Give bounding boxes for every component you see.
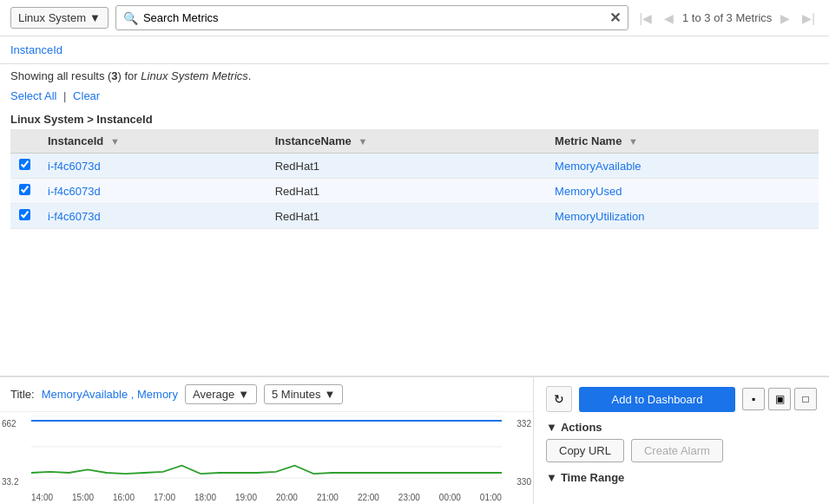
row-metric-name: MemoryAvailable bbox=[546, 154, 819, 179]
x-axis-label: 14:00 bbox=[31, 493, 53, 502]
stat-arrow-icon: ▼ bbox=[238, 388, 249, 401]
select-all-link[interactable]: Select All bbox=[10, 89, 56, 102]
period-arrow-icon: ▼ bbox=[324, 388, 335, 401]
search-box: 🔍 ✕ bbox=[115, 5, 628, 30]
view-buttons: ▪ ▣ □ bbox=[742, 388, 817, 410]
service-label: Linux System bbox=[18, 11, 86, 24]
col-metric-name: Metric Name ▼ bbox=[546, 129, 819, 154]
chart-svg bbox=[31, 416, 502, 488]
copy-url-button[interactable]: Copy URL bbox=[546, 439, 624, 462]
chart-body: 662 33.2 332 330 14:0015:0016 bbox=[0, 412, 533, 504]
y-axis-right: 332 330 bbox=[502, 419, 533, 487]
right-panel: ↻ Add to Dashboard ▪ ▣ □ ▼ Actions Copy … bbox=[534, 377, 829, 504]
x-axis-label: 17:00 bbox=[154, 493, 175, 502]
row-instance-name: RedHat1 bbox=[266, 204, 546, 229]
x-axis-label: 20:00 bbox=[276, 493, 298, 502]
row-checkbox-cell[interactable] bbox=[10, 179, 39, 204]
x-axis-label: 21:00 bbox=[317, 493, 339, 502]
action-buttons: Copy URL Create Alarm bbox=[546, 439, 817, 462]
row-checkbox-cell[interactable] bbox=[10, 204, 39, 229]
row-metric-name: MemoryUsed bbox=[546, 179, 819, 204]
first-page-button[interactable]: |◀ bbox=[635, 10, 655, 27]
row-checkbox[interactable] bbox=[19, 159, 30, 170]
row-checkbox[interactable] bbox=[19, 184, 30, 195]
search-icon: 🔍 bbox=[123, 11, 138, 25]
x-axis-label: 15:00 bbox=[72, 493, 94, 502]
table-row: i-f4c6073d RedHat1 MemoryUsed bbox=[10, 179, 819, 204]
right-top: ↻ Add to Dashboard ▪ ▣ □ bbox=[546, 386, 817, 412]
instance-id-link[interactable]: InstanceId bbox=[10, 43, 63, 56]
x-axis-label: 22:00 bbox=[358, 493, 379, 502]
x-axis-label: 18:00 bbox=[194, 493, 216, 502]
chart-area: Title: MemoryAvailable , Memory Average … bbox=[0, 377, 534, 504]
x-axis-label: 00:00 bbox=[439, 493, 461, 502]
create-alarm-button[interactable]: Create Alarm bbox=[631, 439, 723, 462]
clear-search-icon[interactable]: ✕ bbox=[609, 10, 621, 26]
results-info: Showing all results (3) for Linux System… bbox=[0, 64, 829, 88]
period-dropdown[interactable]: 5 Minutes ▼ bbox=[264, 384, 343, 404]
view-filled-icon[interactable]: ▪ bbox=[742, 388, 765, 410]
y-right-bottom: 330 bbox=[502, 477, 531, 487]
pagination: |◀ ◀ 1 to 3 of 3 Metrics ▶ ▶| bbox=[635, 10, 819, 27]
row-instance-id: i-f4c6073d bbox=[39, 204, 266, 229]
metric-name-value[interactable]: MemoryUtilization bbox=[555, 210, 644, 223]
source-label: Linux System Metrics bbox=[141, 69, 248, 82]
x-axis-label: 23:00 bbox=[398, 493, 420, 502]
chart-title-value: MemoryAvailable , Memory bbox=[42, 388, 178, 401]
row-instance-id: i-f4c6073d bbox=[39, 154, 266, 179]
time-range-section: ▼ Time Range bbox=[546, 471, 817, 484]
row-instance-id: i-f4c6073d bbox=[39, 179, 266, 204]
metric-name-value[interactable]: MemoryAvailable bbox=[555, 160, 641, 173]
x-axis-label: 16:00 bbox=[113, 493, 135, 502]
actions-section: ▼ Actions Copy URL Create Alarm bbox=[546, 421, 817, 462]
metric-name-value[interactable]: MemoryUsed bbox=[555, 185, 622, 198]
x-axis-label: 19:00 bbox=[235, 493, 257, 502]
bottom-panel: Title: MemoryAvailable , Memory Average … bbox=[0, 376, 829, 504]
chart-header: Title: MemoryAvailable , Memory Average … bbox=[0, 377, 533, 412]
table-row: i-f4c6073d RedHat1 MemoryAvailable bbox=[10, 154, 819, 179]
add-dashboard-button[interactable]: Add to Dashboard bbox=[579, 387, 735, 412]
period-label: 5 Minutes bbox=[272, 388, 320, 401]
x-axis: 14:0015:0016:0017:0018:0019:0020:0021:00… bbox=[31, 493, 502, 502]
select-actions: Select All | Clear bbox=[0, 88, 829, 108]
next-page-button[interactable]: ▶ bbox=[777, 10, 793, 27]
actions-header: ▼ Actions bbox=[546, 421, 817, 434]
pagination-text: 1 to 3 of 3 Metrics bbox=[682, 11, 772, 24]
row-instance-name: RedHat1 bbox=[266, 179, 546, 204]
actions-label: Actions bbox=[561, 421, 602, 434]
prev-page-button[interactable]: ◀ bbox=[661, 10, 677, 27]
last-page-button[interactable]: ▶| bbox=[799, 10, 819, 27]
time-range-label: Time Range bbox=[561, 471, 624, 484]
y-axis-left: 662 33.2 bbox=[0, 419, 31, 487]
clear-link[interactable]: Clear bbox=[73, 89, 100, 102]
metrics-table: InstanceId ▼ InstanceName ▼ Metric Name … bbox=[10, 129, 819, 229]
table-header-row: InstanceId ▼ InstanceName ▼ Metric Name … bbox=[10, 129, 819, 154]
col-instance-id: InstanceId ▼ bbox=[39, 129, 266, 154]
table-body: i-f4c6073d RedHat1 MemoryAvailable i-f4c… bbox=[10, 154, 819, 229]
y-right-top: 332 bbox=[502, 419, 531, 429]
actions-arrow-icon: ▼ bbox=[546, 421, 557, 434]
table-row: i-f4c6073d RedHat1 MemoryUtilization bbox=[10, 204, 819, 229]
instance-id-value[interactable]: i-f4c6073d bbox=[48, 185, 101, 198]
top-bar: Linux System ▼ 🔍 ✕ |◀ ◀ 1 to 3 of 3 Metr… bbox=[0, 0, 829, 36]
x-axis-label: 01:00 bbox=[480, 493, 502, 502]
service-dropdown[interactable]: Linux System ▼ bbox=[10, 7, 109, 29]
instance-link-row: InstanceId bbox=[0, 36, 829, 63]
stat-dropdown[interactable]: Average ▼ bbox=[185, 384, 257, 404]
chart-title-label: Title: bbox=[10, 388, 35, 401]
view-split-icon[interactable]: ▣ bbox=[768, 388, 791, 410]
instance-id-value[interactable]: i-f4c6073d bbox=[48, 160, 101, 173]
stat-label: Average bbox=[193, 388, 234, 401]
result-count: 3 bbox=[111, 69, 117, 82]
view-outline-icon[interactable]: □ bbox=[794, 388, 817, 410]
search-input[interactable] bbox=[143, 11, 604, 24]
instance-id-value[interactable]: i-f4c6073d bbox=[48, 210, 101, 223]
table-section: Linux System > InstanceId InstanceId ▼ I… bbox=[0, 108, 829, 229]
refresh-button[interactable]: ↻ bbox=[546, 386, 572, 412]
row-checkbox[interactable] bbox=[19, 209, 30, 220]
col-instance-name: InstanceName ▼ bbox=[266, 129, 546, 154]
row-metric-name: MemoryUtilization bbox=[546, 204, 819, 229]
y-left-bottom: 33.2 bbox=[2, 477, 31, 487]
row-instance-name: RedHat1 bbox=[266, 154, 546, 179]
row-checkbox-cell[interactable] bbox=[10, 154, 39, 179]
